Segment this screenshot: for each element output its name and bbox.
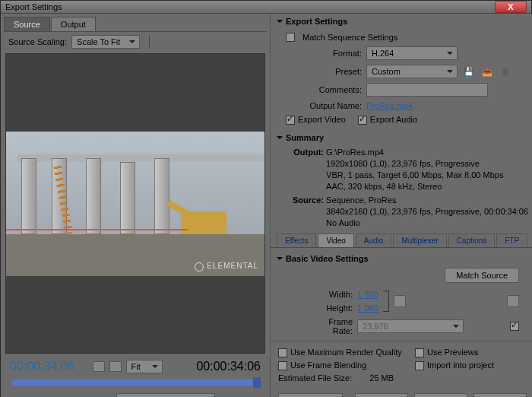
watermark: ELEMENTAL bbox=[195, 262, 258, 271]
import-project-label: Import into project bbox=[427, 360, 494, 370]
summary-source-line: Sequence, ProRes bbox=[326, 195, 396, 205]
export-video-checkbox[interactable] bbox=[286, 116, 295, 125]
preview-panel: Source Output Source Scaling: Scale To F… bbox=[1, 14, 270, 397]
tab-effects[interactable]: Effects bbox=[277, 233, 316, 247]
out-timecode[interactable]: 00:00:34:06 bbox=[196, 360, 261, 373]
export-settings-window: Export Settings X Source Output Source S… bbox=[0, 0, 532, 397]
tab-output[interactable]: Output bbox=[51, 17, 96, 31]
match-sequence-checkbox[interactable] bbox=[286, 33, 295, 42]
summary-output-line: AAC, 320 kbps, 48 kHz, Stereo bbox=[326, 182, 442, 191]
summary-header[interactable]: Summary bbox=[271, 130, 532, 145]
tab-captions[interactable]: Captions bbox=[448, 233, 495, 247]
export-button[interactable]: Export bbox=[414, 393, 467, 397]
match-sequence-label: Match Sequence Settings bbox=[302, 33, 397, 42]
height-label: Height: bbox=[307, 303, 353, 313]
source-scaling-label: Source Scaling: bbox=[8, 37, 67, 46]
height-value[interactable]: 1 080 bbox=[357, 303, 378, 313]
summary-output-line: G:\ProRes.mp4 bbox=[326, 148, 384, 157]
timeline-playhead[interactable] bbox=[253, 377, 261, 388]
cancel-button[interactable]: Cancel bbox=[473, 393, 527, 397]
preset-dropdown[interactable]: Custom bbox=[366, 65, 458, 78]
summary-source-label: Source: bbox=[290, 195, 324, 206]
summary-source-line: No Audio bbox=[326, 218, 360, 227]
constrain-checkbox[interactable] bbox=[394, 295, 406, 307]
frame-rate-label: Frame Rate: bbox=[307, 317, 353, 335]
bottom-options: Use Maximum Render Quality Use Previews … bbox=[271, 341, 532, 389]
delete-preset-icon[interactable]: 🗑 bbox=[499, 65, 512, 78]
queue-button[interactable]: Queue bbox=[355, 393, 408, 397]
export-settings-header[interactable]: Export Settings bbox=[271, 14, 532, 29]
window-title: Export Settings bbox=[5, 2, 495, 11]
timeline-slider[interactable] bbox=[11, 380, 259, 386]
link-dimensions-icon[interactable] bbox=[383, 291, 389, 312]
export-audio-checkbox[interactable] bbox=[358, 116, 367, 125]
summary-output-label: Output: bbox=[290, 147, 324, 158]
save-preset-icon[interactable]: 💾 bbox=[462, 65, 476, 78]
twirl-down-icon bbox=[277, 20, 283, 26]
twirl-down-icon bbox=[277, 136, 283, 142]
comments-input[interactable] bbox=[366, 83, 488, 97]
summary-source-line: 3840x2160 (1,0), 23,976 fps, Progressive… bbox=[326, 207, 528, 216]
next-frame-icon[interactable] bbox=[109, 361, 122, 372]
source-scaling-dropdown[interactable]: Scale To Fit bbox=[71, 35, 140, 49]
close-button[interactable]: X bbox=[495, 1, 527, 13]
summary-output-line: 1920x1080 (1,0), 23,976 fps, Progressive bbox=[326, 159, 480, 168]
est-size-value: 25 MB bbox=[369, 373, 394, 383]
tab-ftp[interactable]: FTP bbox=[496, 233, 527, 247]
preset-label: Preset: bbox=[286, 67, 362, 76]
use-previews-checkbox[interactable] bbox=[415, 348, 424, 357]
settings-sub-tabs: Effects Video Audio Multiplexer Captions… bbox=[271, 230, 532, 248]
width-label: Width: bbox=[307, 290, 353, 299]
left-tabs: Source Output bbox=[4, 17, 267, 32]
export-audio-label: Export Audio bbox=[370, 115, 417, 124]
format-dropdown[interactable]: H.264 bbox=[366, 46, 458, 60]
video-preview: ELEMENTAL bbox=[6, 132, 264, 276]
match-framerate-checkbox[interactable] bbox=[510, 322, 519, 331]
width-value[interactable]: 1 920 bbox=[357, 290, 378, 299]
preview-area[interactable]: ELEMENTAL bbox=[5, 53, 265, 354]
import-preset-icon[interactable]: 📥 bbox=[480, 65, 494, 78]
action-buttons: Metadata... Queue Export Cancel bbox=[271, 389, 532, 397]
use-previews-label: Use Previews bbox=[427, 348, 478, 357]
tab-audio[interactable]: Audio bbox=[356, 233, 392, 247]
max-render-label: Use Maximum Render Quality bbox=[290, 348, 402, 357]
titlebar: Export Settings X bbox=[1, 1, 531, 14]
tab-multiplexer[interactable]: Multiplexer bbox=[393, 233, 446, 247]
match-source-button[interactable]: Match Source bbox=[445, 268, 519, 283]
export-video-label: Export Video bbox=[298, 115, 346, 124]
max-render-checkbox[interactable] bbox=[278, 348, 287, 357]
basic-video-header[interactable]: Basic Video Settings bbox=[277, 251, 528, 266]
summary-output-line: VBR, 1 pass, Target 6,00 Mbps, Max 8,00 … bbox=[326, 170, 503, 179]
prev-frame-icon[interactable] bbox=[93, 361, 105, 372]
twirl-down-icon bbox=[277, 257, 283, 263]
in-timecode[interactable]: 00:00:34:06 bbox=[10, 360, 74, 373]
frame-rate-dropdown[interactable]: 23,976 bbox=[357, 319, 464, 333]
output-name-label: Output Name: bbox=[286, 101, 362, 110]
format-label: Format: bbox=[286, 49, 362, 58]
import-project-checkbox[interactable] bbox=[415, 361, 424, 370]
tab-video[interactable]: Video bbox=[318, 233, 353, 247]
frame-blend-label: Use Frame Blending bbox=[290, 360, 366, 370]
frame-blend-checkbox[interactable] bbox=[278, 361, 287, 370]
metadata-button[interactable]: Metadata... bbox=[278, 393, 343, 397]
match-width-checkbox[interactable] bbox=[507, 295, 519, 307]
output-name-link[interactable]: ProRes.mp4 bbox=[366, 101, 413, 110]
comments-label: Comments: bbox=[286, 85, 362, 94]
divider bbox=[149, 36, 150, 48]
tab-source[interactable]: Source bbox=[4, 17, 50, 31]
zoom-fit-dropdown[interactable]: Fit bbox=[126, 360, 163, 373]
source-range-dropdown[interactable]: Work Area bbox=[116, 393, 215, 397]
settings-panel: Export Settings Match Sequence Settings … bbox=[270, 14, 532, 397]
est-size-label: Estimated File Size: bbox=[278, 373, 352, 383]
